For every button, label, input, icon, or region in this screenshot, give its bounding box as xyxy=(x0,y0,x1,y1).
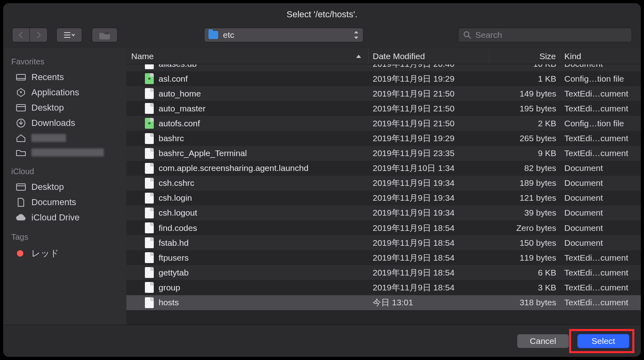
sidebar-item-folder[interactable] xyxy=(3,145,126,160)
path-selector[interactable]: etc xyxy=(204,28,363,42)
svg-rect-7 xyxy=(17,74,25,80)
documents-icon xyxy=(15,197,27,207)
file-size: 3 KB xyxy=(489,280,560,295)
file-row[interactable]: ftpusers2019年11月9日 18:54119 bytesTextEdi… xyxy=(126,250,641,265)
file-row[interactable]: find.codes2019年11月9日 18:54Zero bytesDocu… xyxy=(126,220,641,235)
file-row[interactable]: aliases.db2019年11月9日 20:4010 KBDocument xyxy=(126,64,641,71)
sidebar-item-label: Desktop xyxy=(31,182,64,192)
file-row[interactable]: group2019年11月9日 18:543 KBTextEdi…cument xyxy=(126,280,641,295)
sidebar-item-icloud-drive[interactable]: iCloud Drive xyxy=(3,210,126,225)
file-kind: Document xyxy=(560,235,641,250)
file-size: 195 bytes xyxy=(489,101,560,116)
file-kind: Document xyxy=(560,161,641,176)
view-mode-button[interactable] xyxy=(56,28,82,42)
file-row[interactable]: bashrc_Apple_Terminal2019年11月9日 23:359 K… xyxy=(126,146,641,161)
file-date: 2019年11月9日 18:54 xyxy=(369,280,489,295)
file-kind: TextEdi…cument xyxy=(560,265,641,280)
tag-dot-icon xyxy=(17,250,23,257)
column-header-name[interactable]: Name xyxy=(126,48,369,64)
new-folder-button[interactable] xyxy=(92,28,118,42)
forward-button[interactable] xyxy=(30,28,47,42)
file-name: auto_master xyxy=(159,104,206,113)
file-icon xyxy=(145,178,154,189)
select-button[interactable]: Select xyxy=(577,334,630,348)
back-button[interactable] xyxy=(12,28,30,42)
file-size: 2 KB xyxy=(489,116,560,131)
svg-rect-4 xyxy=(105,33,109,33)
config-file-icon xyxy=(145,73,154,84)
file-name: fstab.hd xyxy=(159,238,189,248)
window-title: Select '/etc/hosts'. xyxy=(3,3,641,26)
file-kind: TextEdi…cument xyxy=(560,280,641,295)
file-name: bashrc_Apple_Terminal xyxy=(159,148,247,158)
sidebar-item-label: Desktop xyxy=(31,103,64,113)
sidebar-item-applications[interactable]: Applications xyxy=(3,85,126,100)
file-row[interactable]: bashrc2019年11月9日 19:29265 bytesTextEdi…c… xyxy=(126,131,641,146)
file-row[interactable]: csh.cshrc2019年11月9日 19:34189 bytesDocume… xyxy=(126,176,641,191)
file-icon xyxy=(145,148,154,159)
column-header-kind[interactable]: Kind xyxy=(560,48,641,64)
svg-rect-13 xyxy=(17,184,25,190)
file-row[interactable]: gettytab2019年11月9日 18:546 KBTextEdi…cume… xyxy=(126,265,641,280)
file-icon xyxy=(145,133,154,144)
file-kind: TextEdi…cument xyxy=(560,131,641,146)
file-row[interactable]: autofs.conf2019年11月9日 21:502 KBConfig…ti… xyxy=(126,116,641,131)
file-row[interactable]: fstab.hd2019年11月9日 18:54150 bytesDocumen… xyxy=(126,235,641,250)
file-icon xyxy=(145,88,154,99)
sidebar-item-tag-red[interactable]: レッド xyxy=(3,245,126,262)
recents-icon xyxy=(15,72,27,82)
file-name: find.codes xyxy=(159,223,197,233)
file-kind: Document xyxy=(560,176,641,191)
desktop-icon xyxy=(15,103,27,113)
sidebar-item-downloads[interactable]: Downloads xyxy=(3,115,126,131)
column-header-date[interactable]: Date Modified xyxy=(369,48,489,64)
file-icon xyxy=(145,237,154,248)
sidebar-section-favorites: Favorites xyxy=(3,50,126,70)
file-row[interactable]: auto_home2019年11月9日 21:50149 bytesTextEd… xyxy=(126,86,641,101)
dialog-footer: Cancel Select xyxy=(3,325,641,357)
folder-icon xyxy=(208,31,218,39)
file-date: 2019年11月9日 18:54 xyxy=(369,250,489,265)
sidebar-item-icloud-desktop[interactable]: Desktop xyxy=(3,179,126,195)
sidebar-item-icloud-documents[interactable]: Documents xyxy=(3,195,126,210)
file-size: 10 KB xyxy=(489,64,560,71)
file-icon xyxy=(145,208,154,218)
sidebar-section-tags: Tags xyxy=(3,225,126,245)
file-row[interactable]: csh.login2019年11月9日 19:34121 bytesDocume… xyxy=(126,191,641,206)
file-date: 2019年11月9日 18:54 xyxy=(369,235,489,250)
file-icon xyxy=(145,163,154,174)
desktop-icon xyxy=(15,182,27,192)
column-header-size[interactable]: Size xyxy=(489,48,560,64)
file-list-pane: Name Date Modified Size Kind aliases.db2… xyxy=(126,48,641,325)
sidebar-item-recents[interactable]: Recents xyxy=(3,70,126,85)
file-row[interactable]: csh.logout2019年11月9日 19:3439 bytesDocume… xyxy=(126,206,641,220)
file-size: 265 bytes xyxy=(489,131,560,146)
sidebar: Favorites Recents Applications Desktop D… xyxy=(3,48,126,325)
svg-point-9 xyxy=(20,91,22,93)
file-icon xyxy=(145,64,154,69)
file-date: 2019年11月9日 23:35 xyxy=(369,146,489,161)
file-icon xyxy=(145,282,154,293)
sidebar-item-desktop[interactable]: Desktop xyxy=(3,100,126,115)
file-row[interactable]: asl.conf2019年11月9日 19:291 KBConfig…tion … xyxy=(126,71,641,86)
file-name: csh.cshrc xyxy=(159,178,194,188)
file-date: 2019年11月9日 19:34 xyxy=(369,191,489,206)
file-kind: Document xyxy=(560,220,641,235)
file-name: csh.login xyxy=(159,193,192,203)
cancel-button[interactable]: Cancel xyxy=(517,334,569,348)
file-open-dialog: Select '/etc/hosts'. xyxy=(3,3,641,357)
file-row[interactable]: hosts今日 13:01318 bytesTextEdi…cument xyxy=(126,295,641,310)
downloads-icon xyxy=(15,118,27,128)
file-name: group xyxy=(159,283,180,292)
file-date: 2019年11月9日 20:40 xyxy=(369,64,489,71)
search-input[interactable]: Search xyxy=(458,28,632,42)
file-row[interactable]: auto_master2019年11月9日 21:50195 bytesText… xyxy=(126,101,641,116)
file-size: 6 KB xyxy=(489,265,560,280)
file-icon xyxy=(145,267,154,278)
file-row[interactable]: com.apple.screensharing.agent.launchd201… xyxy=(126,161,641,176)
file-kind: TextEdi…cument xyxy=(560,250,641,265)
sidebar-item-home[interactable] xyxy=(3,131,126,145)
file-list[interactable]: aliases.db2019年11月9日 20:4010 KBDocumenta… xyxy=(126,64,641,325)
config-file-icon xyxy=(145,118,154,129)
file-name: bashrc xyxy=(159,134,184,143)
